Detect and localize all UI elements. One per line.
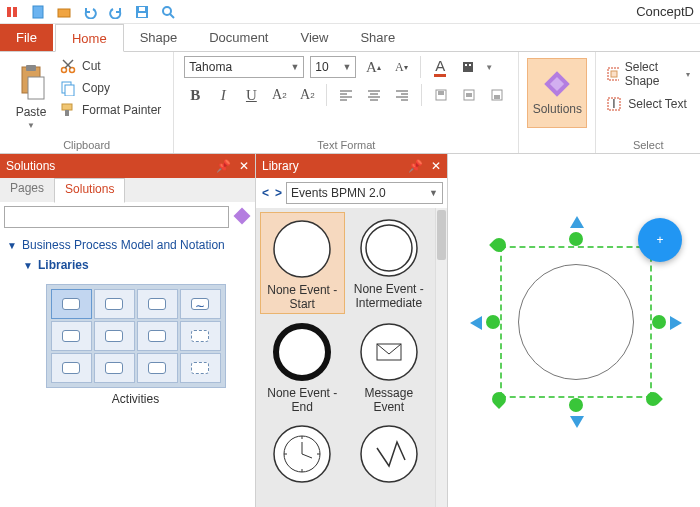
library-thumbnail-grid[interactable]: ∼ — [46, 284, 226, 388]
chevron-down-icon: ▾ — [686, 70, 690, 79]
shrink-font-button[interactable]: A▾ — [390, 56, 412, 78]
connection-arrow-up[interactable] — [570, 216, 584, 228]
canvas[interactable]: + — [448, 154, 700, 507]
close-icon[interactable]: ✕ — [239, 159, 249, 173]
tab-solutions[interactable]: Solutions — [54, 178, 125, 203]
paste-button[interactable]: Paste ▼ — [10, 56, 52, 130]
svg-text:I: I — [613, 97, 616, 111]
zoom-icon[interactable] — [160, 4, 176, 20]
tab-pages[interactable]: Pages — [0, 178, 54, 202]
ribbon-group-clipboard: Paste ▼ Cut Copy Format Painter Clipboar… — [0, 52, 174, 153]
svg-rect-17 — [65, 85, 74, 96]
select-text-button[interactable]: I Select Text — [606, 94, 686, 114]
lib-prev-button[interactable]: < — [260, 186, 271, 200]
solutions-tree: ▼ Business Process Model and Notation ▼ … — [0, 232, 255, 507]
align-left-button[interactable] — [335, 84, 357, 106]
thumb-item[interactable] — [94, 289, 135, 319]
solutions-icon[interactable] — [233, 207, 251, 228]
solutions-panel-tabs: Pages Solutions — [0, 178, 255, 202]
thumb-item[interactable] — [180, 353, 221, 383]
lib-next-button[interactable]: > — [273, 186, 284, 200]
lib-item-timer-event[interactable] — [260, 418, 345, 507]
save-icon[interactable] — [134, 4, 150, 20]
highlight-button[interactable] — [457, 56, 479, 78]
chevron-down-icon: ▼ — [290, 62, 299, 72]
italic-button[interactable]: I — [212, 84, 234, 106]
undo-icon[interactable] — [82, 4, 98, 20]
align-middle-button[interactable] — [458, 84, 480, 106]
thumb-item[interactable]: ∼ — [180, 289, 221, 319]
library-scrollbar[interactable] — [435, 208, 447, 507]
connection-arrow-down[interactable] — [570, 416, 584, 428]
thumb-item[interactable] — [94, 321, 135, 351]
bold-button[interactable]: B — [184, 84, 206, 106]
pin-icon[interactable]: 📌 — [408, 159, 423, 173]
tab-document[interactable]: Document — [193, 24, 284, 51]
add-button[interactable]: + — [638, 218, 682, 262]
open-icon[interactable] — [56, 4, 72, 20]
connection-arrow-left[interactable] — [470, 316, 482, 330]
collapse-icon[interactable]: ▼ — [22, 260, 34, 271]
tab-shape[interactable]: Shape — [124, 24, 194, 51]
thumb-item[interactable] — [180, 321, 221, 351]
format-painter-label: Format Painter — [82, 103, 161, 117]
connection-arrow-right[interactable] — [670, 316, 682, 330]
thumb-item[interactable] — [51, 321, 92, 351]
tab-share[interactable]: Share — [344, 24, 411, 51]
select-group-title: Select — [633, 137, 664, 151]
align-top-button[interactable] — [430, 84, 452, 106]
lib-item-none-event-intermediate[interactable]: None Event - Intermediate — [347, 212, 432, 314]
thumb-item[interactable] — [137, 353, 178, 383]
lib-item-none-event-end[interactable]: None Event - End — [260, 316, 345, 416]
thumb-item[interactable] — [51, 353, 92, 383]
lib-item-none-event-start[interactable]: None Event - Start — [260, 212, 345, 314]
new-icon[interactable] — [30, 4, 46, 20]
font-size-combo[interactable]: 10▼ — [310, 56, 356, 78]
thumb-item[interactable] — [51, 289, 92, 319]
thumb-item[interactable] — [137, 289, 178, 319]
solutions-search-input[interactable] — [4, 206, 229, 228]
quick-access-toolbar: ConceptD — [0, 0, 700, 24]
svg-rect-21 — [465, 64, 467, 66]
redo-icon[interactable] — [108, 4, 124, 20]
resize-handle[interactable] — [566, 395, 586, 415]
align-bottom-button[interactable] — [486, 84, 508, 106]
tree-item-bpmn[interactable]: ▼ Business Process Model and Notation — [6, 236, 249, 256]
superscript-button[interactable]: A2 — [268, 84, 290, 106]
lib-item-message-event[interactable]: Message Event — [347, 316, 432, 416]
subscript-button[interactable]: A2 — [296, 84, 318, 106]
pin-icon[interactable]: 📌 — [216, 159, 231, 173]
font-combo[interactable]: Tahoma▼ — [184, 56, 304, 78]
select-shape-button[interactable]: Select Shape ▾ — [606, 58, 690, 90]
collapse-icon[interactable]: ▼ — [6, 240, 18, 251]
font-value: Tahoma — [189, 60, 232, 74]
resize-handle[interactable] — [649, 312, 669, 332]
thumb-item[interactable] — [137, 321, 178, 351]
align-center-button[interactable] — [363, 84, 385, 106]
format-painter-button[interactable]: Format Painter — [58, 100, 163, 120]
font-color-button[interactable]: A — [429, 56, 451, 78]
tab-view[interactable]: View — [284, 24, 344, 51]
solutions-button[interactable]: Solutions — [527, 58, 587, 128]
align-right-button[interactable] — [391, 84, 413, 106]
clipboard-group-title: Clipboard — [63, 137, 110, 151]
thumb-item[interactable] — [94, 353, 135, 383]
svg-point-53 — [366, 225, 412, 271]
tab-home[interactable]: Home — [55, 24, 124, 52]
chevron-down-icon[interactable]: ▼ — [485, 63, 493, 72]
cut-button[interactable]: Cut — [58, 56, 163, 76]
thumb-label: Activities — [46, 388, 226, 406]
underline-button[interactable]: U — [240, 84, 262, 106]
tab-file[interactable]: File — [0, 24, 53, 51]
lib-item-signal-event[interactable] — [347, 418, 432, 507]
selected-shape[interactable] — [488, 234, 664, 410]
select-text-label: Select Text — [628, 97, 686, 111]
tree-item-libraries[interactable]: ▼ Libraries — [22, 256, 249, 274]
grow-font-button[interactable]: A▴ — [362, 56, 384, 78]
svg-rect-1 — [13, 7, 17, 17]
library-selector[interactable]: Events BPMN 2.0 ▼ — [286, 182, 443, 204]
copy-button[interactable]: Copy — [58, 78, 163, 98]
separator — [326, 84, 327, 106]
close-icon[interactable]: ✕ — [431, 159, 441, 173]
shape-circle[interactable] — [518, 264, 634, 380]
